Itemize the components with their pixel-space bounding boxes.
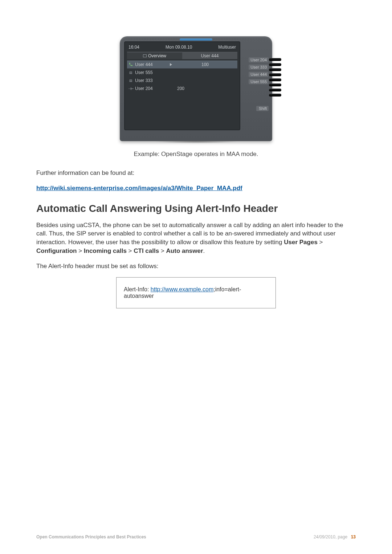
- softkey-label: User 204: [249, 57, 269, 62]
- hardkey[interactable]: [269, 63, 281, 66]
- alert-info-box: Alert-Info: http://www.example.com;info=…: [116, 277, 276, 308]
- list-row-user204[interactable]: ⊣⊢ User 204 200: [127, 85, 237, 93]
- phone-screen: 16:04 Mon 09.08.10 Multiuser Overview Us…: [124, 41, 240, 130]
- pause-icon: ⊣⊢: [128, 87, 133, 91]
- list-row-user555[interactable]: ▤ User 555: [127, 69, 237, 77]
- handset-icon: [128, 62, 133, 67]
- tab-user444[interactable]: User 444: [182, 52, 237, 59]
- softkey-label: User 333: [249, 65, 269, 70]
- page-footer: Open Communications Principles and Best …: [36, 534, 356, 539]
- list-icon: ▤: [128, 79, 133, 82]
- list-row-user333[interactable]: ▤ User 333: [127, 77, 237, 85]
- footer-date: 24/09/2010, page: [314, 534, 347, 539]
- overview-icon: [143, 54, 147, 57]
- hardkey[interactable]: [269, 58, 281, 61]
- footer-page-number: 13: [351, 534, 356, 539]
- section-heading: Automatic Call Answering Using Alert-Inf…: [36, 203, 356, 214]
- status-bar: 16:04 Mon 09.08.10 Multiuser: [127, 44, 237, 52]
- softkey-label: User 555: [249, 79, 269, 84]
- list-row-user444[interactable]: User 444 100: [127, 61, 237, 69]
- arrow-right-icon: [170, 63, 172, 66]
- softkey-label: User 444: [249, 72, 269, 77]
- status-time: 16:04: [128, 45, 139, 50]
- list-icon: ▤: [128, 71, 133, 74]
- footer-title: Open Communications Principles and Best …: [36, 534, 146, 539]
- whitepaper-link[interactable]: http://wiki.siemens-enterprise.com/image…: [36, 185, 242, 192]
- hardkey[interactable]: [269, 83, 281, 86]
- example-link[interactable]: http://www.example.com: [151, 286, 213, 292]
- hardkey[interactable]: [269, 78, 281, 81]
- tab-overview[interactable]: Overview: [127, 52, 182, 59]
- paragraph-alert-info: Besides using uaCSTA, the phone can be s…: [36, 221, 356, 255]
- openstage-phone: 16:04 Mon 09.08.10 Multiuser Overview Us…: [120, 36, 272, 143]
- hardkey[interactable]: [269, 94, 281, 97]
- hardkey[interactable]: [269, 89, 281, 91]
- status-date: Mon 09.08.10: [166, 45, 192, 50]
- status-mode: Multiuser: [218, 45, 236, 50]
- paragraph-header-set: The Alert-Info header must be set as fol…: [36, 262, 356, 271]
- hardkey[interactable]: [269, 68, 281, 71]
- further-info-text: Further information can be found at:: [36, 169, 356, 177]
- softkey-shift: Shift: [256, 106, 269, 111]
- hardkey[interactable]: [269, 73, 281, 76]
- figure-caption: Example: OpenStage operates in MAA mode.: [36, 151, 356, 158]
